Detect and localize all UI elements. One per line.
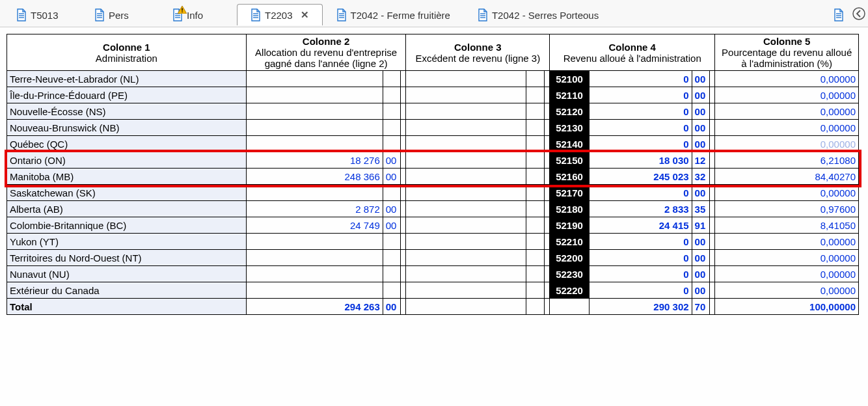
col4-cents[interactable]: 00 [692,250,709,266]
col4-cents[interactable]: 91 [692,217,709,234]
col2-dollars[interactable] [246,266,383,282]
col4-cents[interactable]: 32 [692,169,709,185]
col2-cents[interactable] [383,103,400,120]
tab-overflow[interactable] [830,4,850,25]
col2-cents[interactable] [383,266,400,282]
col3-dollars[interactable] [406,71,526,87]
col3-cents[interactable] [526,71,544,87]
col4-cents[interactable]: 35 [692,201,709,217]
col2-cents[interactable]: 00 [383,217,400,234]
col4-dollars[interactable]: 0 [590,136,692,152]
col3-dollars[interactable] [406,234,526,250]
col3-cents[interactable] [526,152,544,169]
col2-dollars[interactable]: 18 276 [246,152,383,169]
col2-dollars[interactable] [246,71,383,87]
col3-cents[interactable] [526,87,544,103]
col3-dollars[interactable] [406,217,526,234]
col2-cents[interactable] [383,136,400,152]
col3-dollars[interactable] [406,169,526,185]
col2-dollars[interactable] [246,250,383,266]
col4-cents[interactable]: 12 [692,152,709,169]
close-icon[interactable]: ✕ [301,9,309,21]
col2-dollars[interactable] [246,282,383,299]
col5-pct[interactable]: 0,00000 [715,103,859,120]
col4-cents[interactable]: 00 [692,71,709,87]
col3-cents[interactable] [526,250,544,266]
col4-dollars[interactable]: 0 [590,120,692,136]
col2-cents[interactable] [383,185,400,201]
col5-pct[interactable]: 0,00000 [715,266,859,282]
col3-dollars[interactable] [406,87,526,103]
col2-dollars[interactable] [246,87,383,103]
col2-cents[interactable]: 00 [383,169,400,185]
col4-cents[interactable]: 00 [692,185,709,201]
tab-t2203[interactable]: T2203✕ [237,4,323,25]
col3-cents[interactable] [526,185,544,201]
col2-dollars[interactable] [246,185,383,201]
col3-dollars[interactable] [406,120,526,136]
col4-dollars[interactable]: 0 [590,234,692,250]
col3-cents[interactable] [526,136,544,152]
tab-t2042-ferme-fruiti-re[interactable]: T2042 - Ferme fruitière [323,4,464,25]
col2-dollars[interactable]: 24 749 [246,217,383,234]
col4-dollars[interactable]: 0 [590,282,692,299]
col2-cents[interactable] [383,234,400,250]
col3-cents[interactable] [526,201,544,217]
col4-dollars[interactable]: 0 [590,87,692,103]
col5-pct[interactable]: 0,00000 [715,234,859,250]
col2-cents[interactable]: 00 [383,152,400,169]
col2-dollars[interactable] [246,234,383,250]
col2-cents[interactable] [383,282,400,299]
col5-pct[interactable]: 0,00000 [715,185,859,201]
col3-cents[interactable] [526,169,544,185]
col4-cents[interactable]: 00 [692,120,709,136]
col4-cents[interactable]: 00 [692,136,709,152]
tab-pers[interactable]: Pers [81,4,159,25]
tab-info[interactable]: Info [159,4,237,25]
col3-cents[interactable] [526,234,544,250]
col5-pct[interactable]: 0,00000 [715,71,859,87]
col3-dollars[interactable] [406,136,526,152]
col4-dollars[interactable]: 2 833 [590,201,692,217]
col4-dollars[interactable]: 245 023 [590,169,692,185]
col5-pct[interactable]: 0,00000 [715,136,859,152]
col3-cents[interactable] [526,120,544,136]
col4-dollars[interactable]: 0 [590,250,692,266]
col2-cents[interactable] [383,71,400,87]
col5-pct[interactable]: 6,21080 [715,152,859,169]
col3-dollars[interactable] [406,152,526,169]
col4-cents[interactable]: 00 [692,87,709,103]
col5-pct[interactable]: 0,97600 [715,201,859,217]
tab-t2042-serres-porteous[interactable]: T2042 - Serres Porteous [464,4,612,25]
col4-dollars[interactable]: 0 [590,103,692,120]
col3-cents[interactable] [526,103,544,120]
back-icon[interactable] [852,7,865,22]
col5-pct[interactable]: 84,40270 [715,169,859,185]
col3-dollars[interactable] [406,282,526,299]
col5-pct[interactable]: 8,41050 [715,217,859,234]
col4-dollars[interactable]: 0 [590,71,692,87]
col3-cents[interactable] [526,282,544,299]
col3-dollars[interactable] [406,201,526,217]
col5-pct[interactable]: 0,00000 [715,87,859,103]
col2-dollars[interactable] [246,120,383,136]
col4-dollars[interactable]: 18 030 [590,152,692,169]
col3-cents[interactable] [526,217,544,234]
col3-cents[interactable] [526,266,544,282]
col4-cents[interactable]: 00 [692,103,709,120]
col4-cents[interactable]: 00 [692,234,709,250]
col4-cents[interactable]: 00 [692,282,709,299]
col3-dollars[interactable] [406,103,526,120]
col2-cents[interactable]: 00 [383,201,400,217]
col2-dollars[interactable] [246,103,383,120]
col2-cents[interactable] [383,87,400,103]
tab-t5013[interactable]: T5013 [3,4,81,25]
col2-dollars[interactable]: 2 872 [246,201,383,217]
col2-cents[interactable] [383,120,400,136]
col4-dollars[interactable]: 0 [590,185,692,201]
col3-dollars[interactable] [406,266,526,282]
col5-pct[interactable]: 0,00000 [715,120,859,136]
col5-pct[interactable]: 0,00000 [715,282,859,299]
col4-dollars[interactable]: 0 [590,266,692,282]
col4-dollars[interactable]: 24 415 [590,217,692,234]
